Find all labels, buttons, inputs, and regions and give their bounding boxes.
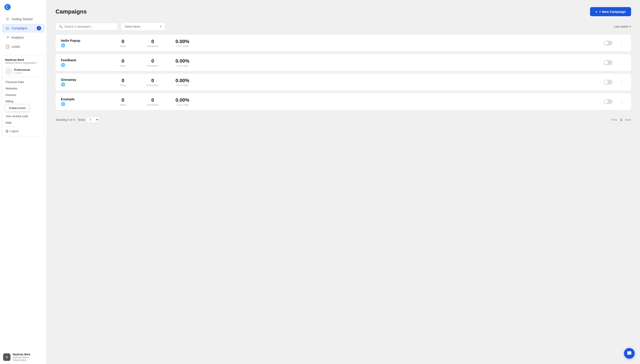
campaign-interaction-label: Interaction	[140, 64, 165, 67]
menu-link-embed-code[interactable]: Your embed code	[5, 113, 41, 120]
menu-link-billing[interactable]: Billing	[5, 98, 41, 104]
user-plan-row: Professional 0 views	[5, 66, 41, 76]
sidebar-item-getting-started[interactable]: ⊙ Getting Started	[2, 15, 45, 23]
campaign-interaction-col: 0 Interaction	[140, 38, 165, 48]
campaign-interaction-col: 0 Interaction	[140, 78, 165, 86]
campaign-views-col: 0 Views	[111, 58, 135, 67]
chat-fab-button[interactable]	[624, 348, 635, 359]
new-campaign-label: + New Campaign	[599, 10, 626, 14]
sidebar-item-leads[interactable]: 📋 Leads	[2, 42, 45, 51]
campaign-toggle[interactable]	[603, 60, 612, 65]
sort-button[interactable]: Last added ▾	[614, 25, 631, 28]
campaign-more-button[interactable]: ⋮	[618, 78, 626, 86]
sidebar-label-leads: Leads	[12, 45, 20, 48]
prev-button[interactable]: Prev	[611, 118, 617, 122]
campaign-name-col: Giveaway 🌐	[61, 78, 105, 86]
user-org: Nazlican Berk's Organization	[5, 62, 41, 64]
bottom-avatar: N	[3, 353, 11, 361]
campaign-views-value: 0	[111, 38, 135, 44]
showing-text: Showing 4 of 4	[56, 118, 75, 122]
filters-row: 🔍 Select items ▾ Last added ▾	[56, 22, 631, 31]
campaign-views-label: Views	[111, 64, 135, 67]
page-title: Campaigns	[56, 8, 87, 15]
show-select: Show 7102550	[78, 117, 99, 123]
campaign-toggle-col	[603, 99, 612, 104]
toggle-knob	[604, 60, 608, 64]
main-header: Campaigns + + New Campaign	[56, 7, 631, 16]
sidebar-label-analytics: Analytics	[12, 36, 24, 39]
campaign-toggle-col	[603, 40, 612, 46]
next-button[interactable]: Next	[625, 118, 631, 122]
campaign-views-value: 0	[111, 58, 135, 64]
campaign-interaction-col: 0 Interaction	[140, 58, 165, 67]
campaign-conv-label: Conv. Rate	[170, 64, 195, 67]
campaign-globe-icon: 🌐	[61, 44, 65, 47]
per-page-select[interactable]: 7102550	[86, 117, 99, 123]
sidebar-label-getting-started: Getting Started	[12, 17, 33, 21]
campaign-toggle[interactable]	[603, 99, 612, 104]
logout-button[interactable]: ⏻ Logout	[5, 128, 41, 134]
logo[interactable]	[0, 0, 47, 14]
campaign-views-col: 0 Views	[111, 97, 135, 106]
toggle-knob	[604, 80, 608, 84]
sort-label: Last added	[614, 25, 628, 28]
main-content: Campaigns + + New Campaign 🔍 Select item…	[47, 0, 640, 364]
campaign-views-value: 0	[111, 97, 135, 103]
sidebar-item-campaigns[interactable]: 🗂 Campaigns 4	[2, 24, 45, 33]
subaccounts-tooltip[interactable]: Subaccounts	[5, 104, 29, 112]
campaign-views-value: 0	[111, 78, 135, 84]
campaign-views-label: Views	[111, 84, 135, 86]
campaign-more-button[interactable]: ⋮	[618, 59, 626, 66]
leads-icon: 📋	[5, 44, 9, 48]
search-icon: 🔍	[59, 25, 63, 28]
search-input[interactable]	[64, 25, 114, 28]
bottom-user-name: Nazlican Berk	[13, 353, 43, 356]
campaign-interaction-value: 0	[140, 38, 165, 44]
sidebar-item-analytics[interactable]: ↗ Analytics	[2, 33, 45, 42]
current-page: 1	[620, 118, 622, 122]
campaign-more-button[interactable]: ⋮	[618, 40, 626, 46]
campaign-views-label: Views	[111, 45, 135, 48]
menu-link-personal-data[interactable]: Personal Data	[5, 79, 41, 85]
campaign-interaction-col: 0 Interaction	[140, 97, 165, 106]
logo-icon	[5, 4, 11, 10]
campaign-card: Giveaway 🌐 0 Views 0 Interaction 0.00% C…	[56, 74, 631, 90]
new-campaign-button[interactable]: + + New Campaign	[590, 7, 631, 16]
campaign-name-col: Hello Popup 🌐	[61, 38, 105, 48]
plus-icon: +	[595, 10, 597, 14]
campaign-views-label: Views	[111, 104, 135, 106]
sidebar-bottom-user: N Nazlican Berk Nazlican Berk's Organiza…	[0, 350, 47, 364]
campaign-name: Hello Popup	[61, 38, 105, 42]
campaign-interaction-value: 0	[140, 78, 165, 84]
plan-views: 0 views	[14, 72, 30, 74]
campaign-views-col: 0 Views	[111, 78, 135, 86]
campaign-card: Example 🌐 0 Views 0 Interaction 0.00% Co…	[56, 93, 631, 110]
sidebar-label-campaigns: Campaigns	[12, 26, 27, 30]
pagination-row: Showing 4 of 4 Show 7102550 Prev 1 Next	[56, 117, 631, 123]
menu-link-websites[interactable]: Websites	[5, 85, 41, 92]
menu-link-help[interactable]: Help	[5, 120, 41, 126]
bottom-user-org: Nazlican Berk's Organization	[13, 356, 43, 361]
campaign-interaction-label: Interaction	[140, 84, 165, 86]
getting-started-icon: ⊙	[5, 17, 9, 21]
page-controls: Prev 1 Next	[611, 118, 631, 122]
analytics-icon: ↗	[5, 35, 9, 40]
plan-avatar	[5, 68, 12, 75]
sidebar: ⊙ Getting Started 🗂 Campaigns 4 ↗ Analyt…	[0, 0, 47, 364]
plan-label: Professional	[14, 68, 30, 72]
campaign-conv-value: 0.00%	[170, 78, 195, 84]
campaign-toggle[interactable]	[603, 40, 612, 46]
campaign-interaction-label: Interaction	[140, 45, 165, 48]
campaign-toggle[interactable]	[603, 80, 612, 84]
campaign-name: Giveaway	[61, 78, 105, 82]
campaign-conv-value: 0.00%	[170, 58, 195, 64]
campaign-conv-col: 0.00% Conv. Rate	[170, 78, 195, 86]
menu-link-invoices[interactable]: Invoices	[5, 92, 41, 98]
campaign-interaction-value: 0	[140, 58, 165, 64]
campaign-more-button[interactable]: ⋮	[618, 98, 626, 105]
campaign-conv-label: Conv. Rate	[170, 45, 195, 48]
select-items-dropdown[interactable]: Select items ▾	[121, 22, 165, 31]
logout-label: Logout	[10, 130, 19, 133]
campaign-name-col: Feedback 🌐	[61, 58, 105, 67]
campaign-globe-icon: 🌐	[61, 63, 65, 67]
